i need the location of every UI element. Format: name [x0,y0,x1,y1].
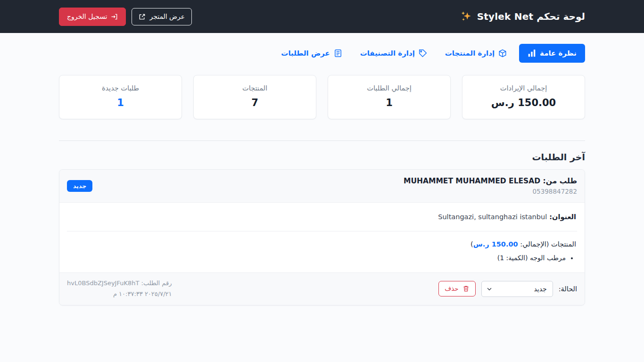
order-status-select-wrap: جديد [481,281,553,297]
order-card-body: العنوان: Sultangazi, sultanghazi istanbu… [59,203,585,272]
order-products-row: المنتجات (الإجمالي: 150.00 ر.س) مرطب الو… [67,231,577,272]
products-total: 150.00 ر.س [473,240,518,248]
stat-card-total-orders: إجمالي الطلبات 1 [328,75,451,119]
order-meta: رقم الطلب: hvL0BSdbZJSeyJFuK8hT ٢٠٢٥/٧/٢… [67,278,172,300]
order-date: ٢٠٢٥/٧/٢١ ١٠:٣٧:٣٣ م [67,289,172,300]
order-items-list: مرطب الوجه (الكمية: 1) [68,254,566,262]
customer-name: MUHAMMET MUHAMMED ELESAD [404,177,540,185]
stat-label: إجمالي الطلبات [333,84,446,92]
tab-overview[interactable]: نظرة عامة [519,44,585,63]
order-customer-block: طلب من: MUHAMMET MUHAMMED ELESAD 0539884… [404,177,577,195]
order-customer-name: طلب من: MUHAMMET MUHAMMED ELESAD [404,177,577,185]
tab-view-orders-label: عرض الطلبات [281,49,330,58]
order-card-footer: الحالة: جديد حذف [59,272,585,305]
order-card: طلب من: MUHAMMET MUHAMMED ELESAD 0539884… [59,169,585,305]
status-label: الحالة: [559,285,577,293]
view-store-label: عرض المتجر [149,13,185,20]
tab-manage-products-label: إدارة المنتجات [445,49,495,58]
address-label: العنوان: [547,213,576,221]
journal-icon [334,49,342,58]
order-status-select[interactable]: جديد [481,281,553,297]
section-divider [59,140,585,141]
stat-value: 7 [198,97,311,108]
stat-card-total-revenue: إجمالي الإيرادات 150.00 ر.س [462,75,585,119]
bar-chart-icon [528,49,536,58]
stat-value: 150.00 ر.س [467,97,580,108]
tab-view-orders[interactable]: عرض الطلبات [275,45,347,62]
tag-icon [419,49,427,58]
stat-label: المنتجات [198,84,311,92]
delete-label: حذف [445,286,458,292]
order-card-header: طلب من: MUHAMMET MUHAMMED ELESAD 0539884… [59,170,585,203]
brand: لوحة تحكم Stylek Net [460,10,585,23]
delete-order-button[interactable]: حذف [438,281,475,296]
stat-label: طلبات جديدة [64,84,177,92]
main-nav: نظرة عامة إدارة المنتجات إدارة التصنيفات… [59,44,585,63]
order-item: مرطب الوجه (الكمية: 1) [68,254,566,262]
order-address-row: العنوان: Sultangazi, sultanghazi istanbu… [67,203,577,231]
order-id-label: رقم الطلب: [139,280,172,287]
order-phone: 05398847282 [404,188,577,195]
stat-value: 1 [333,97,446,108]
order-id: hvL0BSdbZJSeyJFuK8hT [67,280,139,287]
external-link-icon [139,13,146,20]
page-title: لوحة تحكم Stylek Net [477,11,585,22]
logout-icon [111,13,118,20]
order-id-line: رقم الطلب: hvL0BSdbZJSeyJFuK8hT [67,278,172,289]
address-value: Sultangazi, sultanghazi istanbul [438,213,547,221]
top-bar-actions: عرض المتجر تسجيل الخروج [59,8,192,26]
products-total-line: المنتجات (الإجمالي: 150.00 ر.س) [68,240,576,248]
sparkles-icon [460,10,472,23]
stat-value: 1 [64,97,177,108]
top-bar: لوحة تحكم Stylek Net عرض المتجر تسجيل ال… [0,0,644,33]
tab-manage-categories[interactable]: إدارة التصنيفات [355,45,433,62]
tab-overview-label: نظرة عامة [540,49,577,58]
trash-icon [462,285,470,292]
main-content: نظرة عامة إدارة المنتجات إدارة التصنيفات… [59,44,585,305]
products-label: المنتجات (الإجمالي: [518,240,576,248]
stat-card-products: المنتجات 7 [193,75,316,119]
status-badge: جديد [67,180,92,192]
logout-label: تسجيل الخروج [67,13,107,20]
stat-card-new-orders: طلبات جديدة 1 [59,75,182,119]
latest-orders-title: آخر الطلبات [59,152,585,162]
stat-label: إجمالي الإيرادات [467,84,580,92]
tab-manage-categories-label: إدارة التصنيفات [360,49,415,58]
order-status-group: الحالة: جديد حذف [438,281,577,297]
view-store-button[interactable]: عرض المتجر [132,8,192,25]
box-icon [498,49,507,58]
logout-button[interactable]: تسجيل الخروج [59,8,126,26]
order-from-label: طلب من: [540,177,577,185]
stats-row: إجمالي الإيرادات 150.00 ر.س إجمالي الطلب… [59,75,585,119]
tab-manage-products[interactable]: إدارة المنتجات [439,45,512,62]
